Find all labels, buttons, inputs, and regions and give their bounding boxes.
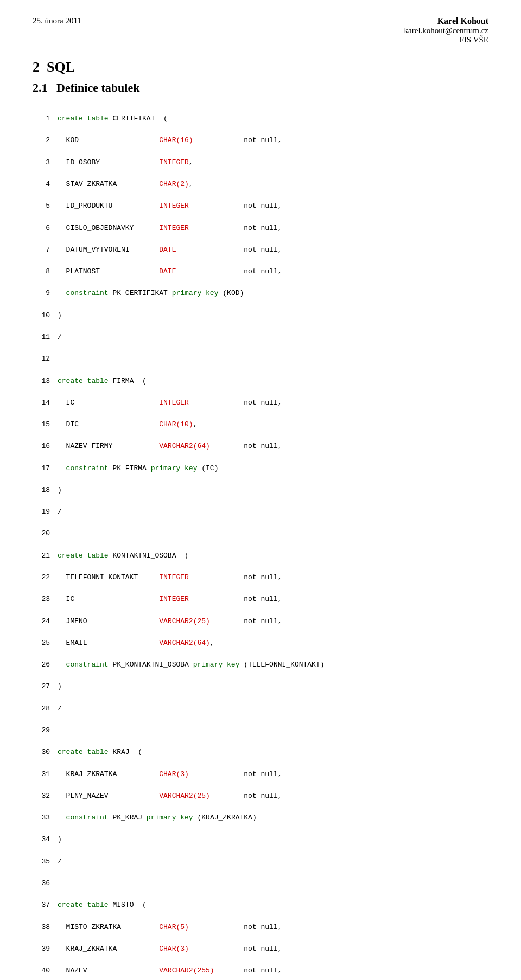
line-24: 24 JMENO VARCHAR2(25) not null,: [33, 616, 488, 627]
author-name: Karel Kohout: [404, 16, 488, 26]
line-15: 15 DIC CHAR(10),: [33, 419, 488, 430]
line-25: 25 EMAIL VARCHAR2(64),: [33, 638, 488, 649]
line-35: 35/: [33, 856, 488, 867]
section-title-text: SQL: [47, 59, 75, 75]
line-37: 37create table MISTO (: [33, 900, 488, 911]
section-number: 2: [33, 59, 40, 75]
line-11: 11/: [33, 332, 488, 343]
line-6: 6 CISLO_OBJEDNAVKY INTEGER not null,: [33, 223, 488, 234]
line-33: 33 constraint PK_KRAJ primary key (KRAJ_…: [33, 812, 488, 823]
line-19: 19/: [33, 507, 488, 517]
line-10: 10): [33, 310, 488, 321]
date-text: 25. února 2011: [33, 16, 81, 25]
line-20: 20: [33, 528, 488, 539]
line-21: 21create table KONTAKTNI_OSOBA (: [33, 550, 488, 561]
page: 25. února 2011 Karel Kohout karel.kohout…: [0, 0, 521, 980]
subsection-title: 2.1 Definice tabulek: [33, 81, 488, 95]
line-31: 31 KRAJ_ZKRATKA CHAR(3) not null,: [33, 769, 488, 780]
section-title: 2 SQL: [33, 59, 488, 75]
line-8: 8 PLATNOST DATE not null,: [33, 266, 488, 277]
line-5: 5 ID_PRODUKTU INTEGER not null,: [33, 201, 488, 212]
line-28: 28/: [33, 703, 488, 714]
line-23: 23 IC INTEGER not null,: [33, 594, 488, 605]
line-30: 30create table KRAJ (: [33, 747, 488, 758]
line-26: 26 constraint PK_KONTAKTNI_OSOBA primary…: [33, 659, 488, 670]
line-32: 32 PLNY_NAZEV VARCHAR2(25) not null,: [33, 791, 488, 802]
line-13: 13create table FIRMA (: [33, 376, 488, 387]
subsection-number: 2.1: [33, 81, 48, 94]
line-22: 22 TELEFONNI_KONTAKT INTEGER not null,: [33, 572, 488, 583]
line-9: 9 constraint PK_CERTIFIKAT primary key (…: [33, 288, 488, 299]
line-3: 3 ID_OSOBY INTEGER,: [33, 157, 488, 168]
line-38: 38 MISTO_ZKRATKA CHAR(5) not null,: [33, 922, 488, 933]
line-1: 1create table CERTIFIKAT (: [33, 113, 488, 124]
line-12: 12: [33, 354, 488, 364]
line-14: 14 IC INTEGER not null,: [33, 398, 488, 408]
page-header: 25. února 2011 Karel Kohout karel.kohout…: [33, 16, 488, 49]
line-4: 4 STAV_ZKRATKA CHAR(2),: [33, 179, 488, 190]
header-date: 25. února 2011: [33, 16, 81, 25]
line-17: 17 constraint PK_FIRMA primary key (IC): [33, 463, 488, 474]
institution: FIS VŠE: [404, 35, 488, 44]
line-34: 34): [33, 834, 488, 845]
line-16: 16 NAZEV_FIRMY VARCHAR2(64) not null,: [33, 441, 488, 452]
line-40: 40 NAZEV VARCHAR2(255) not null,: [33, 965, 488, 976]
line-2: 2 KOD CHAR(16) not null,: [33, 135, 488, 146]
line-27: 27): [33, 681, 488, 692]
author-email: karel.kohout@centrum.cz: [404, 26, 488, 35]
header-author: Karel Kohout karel.kohout@centrum.cz FIS…: [404, 16, 488, 44]
line-36: 36: [33, 878, 488, 889]
line-7: 7 DATUM_VYTVORENI DATE not null,: [33, 245, 488, 255]
line-39: 39 KRAJ_ZKRATKA CHAR(3) not null,: [33, 944, 488, 955]
line-29: 29: [33, 725, 488, 736]
subsection-title-text: Definice tabulek: [56, 81, 139, 94]
line-18: 18): [33, 485, 488, 496]
code-block: 1create table CERTIFIKAT ( 2 KOD CHAR(16…: [33, 103, 488, 980]
